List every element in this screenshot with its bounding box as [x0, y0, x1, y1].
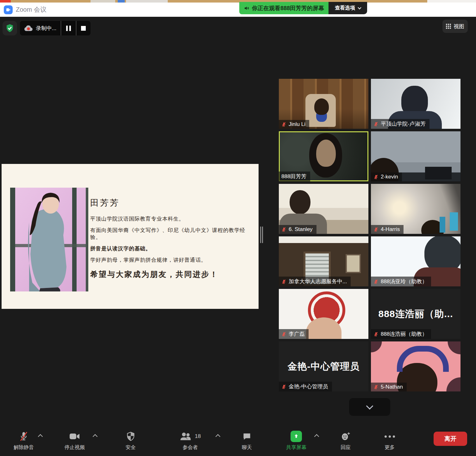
- mic-muted-icon: [373, 174, 379, 179]
- stop-icon: [81, 26, 86, 31]
- recording-indicator: 录制中...: [20, 21, 91, 35]
- chevron-down-icon: [366, 402, 373, 409]
- speaker-icon: [244, 5, 249, 11]
- participant-tile[interactable]: 金艳-中心管理员 金艳-中心管理员: [279, 341, 368, 391]
- participants-count: 18: [195, 433, 201, 440]
- watching-banner-text-area: 你正在观看888田芳芳的屏幕: [239, 2, 329, 14]
- chat-label: 聊天: [242, 444, 252, 451]
- view-layout-button[interactable]: 视图: [442, 20, 468, 33]
- participant-name: 888连浩丽（助教）: [381, 330, 427, 338]
- participant-name: 888田芳芳: [281, 173, 306, 180]
- mic-muted-icon: [281, 279, 286, 284]
- app-title: Zoom 会议: [16, 5, 47, 14]
- security-button[interactable]: 安全: [110, 431, 152, 451]
- stop-recording-button[interactable]: [76, 21, 91, 35]
- slide-line: 拼音是认读汉字的基础。: [90, 245, 255, 252]
- participant-name-tag: 平顶山学院-卢淑芳: [371, 119, 429, 129]
- share-screen-icon: [291, 431, 302, 442]
- stop-video-button[interactable]: 停止视频: [53, 431, 96, 451]
- leave-button[interactable]: 离开: [434, 432, 467, 446]
- background-window-white-segment: [427, 0, 476, 3]
- chat-button[interactable]: 聊天: [226, 431, 268, 451]
- shield-icon: [126, 431, 135, 442]
- watching-banner-label: 你正在观看888田芳芳的屏幕: [252, 4, 324, 12]
- zoom-logo-icon: [4, 5, 13, 14]
- participant-name-tag: 6. Stanley: [279, 225, 316, 234]
- reactions-button[interactable]: 回应: [324, 431, 367, 451]
- slide-line: 平顶山学院汉语国际教育专业本科生。: [90, 216, 255, 222]
- participant-name: 4-Harris: [381, 226, 400, 233]
- participants-icon: [180, 432, 191, 441]
- shared-screen-slide: 田芳芳 平顶山学院汉语国际教育专业本科生。 有面向美国华裔《中文写作》、印尼《幼…: [2, 164, 259, 309]
- participant-tile[interactable]: 888连浩丽（助... 888连浩丽（助教）: [371, 289, 460, 339]
- background-window-gray-segment: [126, 0, 168, 3]
- slide-line: 有面向美国华裔《中文写作》、印尼《幼儿中文》课程的教学经验。: [90, 227, 255, 241]
- grid-view-icon: [446, 24, 451, 29]
- participant-name-tag: 加拿大华人志愿服务中...: [279, 277, 351, 286]
- view-options-label: 查看选项: [335, 5, 355, 11]
- more-icon: [384, 431, 396, 442]
- toolbar: 解除静音 停止视频 安全 18 参会者: [0, 427, 476, 456]
- slide-highlight: 希望与大家成为朋友，共同进步！: [90, 269, 255, 279]
- slide-title: 田芳芳: [90, 197, 255, 209]
- cloud-recording-icon: [20, 21, 33, 35]
- participant-tile[interactable]: Jinlu Li: [279, 79, 368, 129]
- participant-tile[interactable]: 5-Nathan: [371, 341, 460, 391]
- recording-label: 录制中...: [33, 21, 61, 35]
- security-label: 安全: [126, 444, 136, 451]
- share-screen-button[interactable]: 共享屏幕: [275, 431, 317, 451]
- slide-line: 学好声韵母，掌握声韵拼合规律，讲好普通话。: [90, 257, 255, 264]
- participant-name-tag: 李广磊: [279, 329, 309, 339]
- participant-tile[interactable]: 4-Harris: [371, 184, 460, 234]
- reactions-label: 回应: [341, 444, 351, 451]
- participant-name-tag: 4-Harris: [371, 225, 404, 234]
- mic-muted-icon: [281, 122, 286, 127]
- participant-tile[interactable]: 888汤亚玲（助教）: [371, 236, 460, 286]
- chevron-down-icon: [358, 6, 361, 9]
- participant-name-tag: 5-Nathan: [371, 383, 407, 391]
- participant-name: 平顶山学院-卢淑芳: [381, 120, 426, 128]
- security-badge-button[interactable]: [3, 21, 17, 35]
- pause-recording-button[interactable]: [61, 21, 76, 35]
- more-button[interactable]: 更多: [368, 431, 411, 451]
- participant-name-tag: 888汤亚玲（助教）: [371, 277, 431, 286]
- collapse-grid-button[interactable]: [349, 398, 390, 416]
- view-options-button[interactable]: 查看选项: [329, 2, 367, 14]
- participant-tile[interactable]: 李广磊: [279, 289, 368, 339]
- participant-name: 6. Stanley: [289, 226, 313, 233]
- participant-name: 李广磊: [289, 330, 305, 338]
- participant-name-tag: 金艳-中心管理员: [279, 382, 332, 391]
- slide-text: 田芳芳 平顶山学院汉语国际教育专业本科生。 有面向美国华裔《中文写作》、印尼《幼…: [90, 197, 255, 279]
- participants-button[interactable]: 18 参会者: [163, 431, 217, 451]
- mic-muted-icon: [373, 332, 379, 337]
- panel-resize-handle[interactable]: [260, 227, 263, 243]
- chat-icon: [242, 431, 251, 442]
- mic-muted-icon: [373, 122, 379, 127]
- mic-muted-icon: [373, 279, 379, 284]
- mic-muted-icon: [19, 431, 28, 442]
- mic-muted-icon: [373, 227, 379, 232]
- participant-tile[interactable]: 6. Stanley: [279, 184, 368, 234]
- watching-banner: 你正在观看888田芳芳的屏幕 查看选项: [239, 2, 367, 14]
- participants-label: 参会者: [183, 444, 198, 451]
- background-window-strip: [0, 0, 476, 3]
- participant-tile[interactable]: 888田芳芳: [279, 131, 368, 181]
- unmute-button[interactable]: 解除静音: [3, 431, 45, 451]
- participant-tile[interactable]: 2-kevin: [371, 131, 460, 181]
- participant-name: Jinlu Li: [289, 121, 305, 128]
- more-label: 更多: [385, 444, 395, 451]
- background-window-red-segment: [0, 0, 11, 3]
- participant-name-tag: 888连浩丽（助教）: [371, 329, 431, 339]
- participant-name: 2-kevin: [381, 174, 398, 180]
- participant-tile[interactable]: 平顶山学院-卢淑芳: [371, 79, 460, 129]
- participant-name-tag: 888田芳芳: [279, 172, 310, 181]
- participant-tile[interactable]: 加拿大华人志愿服务中...: [279, 236, 368, 286]
- mic-muted-icon: [373, 384, 379, 390]
- security-shield-icon: [5, 23, 15, 33]
- title-bar: Zoom 会议: [0, 3, 476, 17]
- participant-grid: Jinlu Li 平顶山学院-卢淑芳 888田芳芳: [279, 79, 460, 391]
- zoom-meeting-window: Zoom 会议 你正在观看888田芳芳的屏幕 查看选项 录制中...: [0, 0, 476, 456]
- pause-icon: [66, 26, 71, 31]
- participant-name: 5-Nathan: [381, 384, 403, 390]
- participant-name: 888汤亚玲（助教）: [381, 278, 427, 285]
